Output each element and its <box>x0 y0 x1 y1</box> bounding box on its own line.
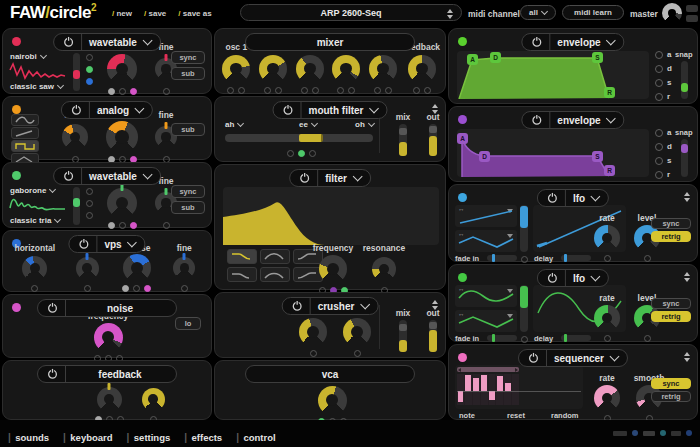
env-slider[interactable] <box>681 61 688 99</box>
env-attack-handle[interactable]: A <box>467 54 478 65</box>
wavetable-position-slider[interactable] <box>73 187 80 225</box>
mod-slot-dot[interactable] <box>604 255 611 262</box>
menu-save[interactable]: / save <box>144 9 166 18</box>
mod-slot-dot[interactable] <box>348 87 355 94</box>
chevron-down-icon[interactable] <box>142 36 152 46</box>
power-icon[interactable] <box>528 349 539 367</box>
power-icon[interactable] <box>283 101 294 119</box>
mod-slots[interactable] <box>86 188 93 219</box>
filter-type-bandpass-button[interactable] <box>260 249 290 264</box>
env-r-mod-slot[interactable] <box>655 93 663 101</box>
menu-new[interactable]: / new <box>112 9 132 18</box>
fine-knob[interactable] <box>173 257 195 279</box>
sequencer-display[interactable] <box>455 365 583 409</box>
mod-slot-dot[interactable] <box>181 285 188 292</box>
mod-slot-dot[interactable] <box>108 222 115 229</box>
mod-slots[interactable] <box>287 150 316 157</box>
lo-button[interactable]: lo <box>175 317 201 330</box>
sync-button[interactable]: sync <box>651 218 691 229</box>
chevron-down-icon[interactable] <box>127 238 137 248</box>
sequencer-scrollbar[interactable] <box>457 367 519 372</box>
level-knob[interactable] <box>318 386 347 415</box>
env-decay-handle[interactable]: D <box>479 151 490 162</box>
mod-slot-dot[interactable] <box>264 87 271 94</box>
mod-slot-dot[interactable] <box>644 255 651 262</box>
chevron-down-icon[interactable] <box>591 272 601 282</box>
chevron-down-icon[interactable] <box>606 114 616 124</box>
vowel-oh-select[interactable]: oh <box>355 120 374 129</box>
rate-knob[interactable] <box>594 305 620 331</box>
mod-slot-dot[interactable] <box>163 88 170 95</box>
tab-keyboard[interactable]: | keyboard <box>63 427 113 445</box>
sync-button[interactable]: sync <box>651 378 691 389</box>
sequencer-step[interactable] <box>481 374 488 405</box>
power-icon[interactable] <box>63 167 74 185</box>
mod-slots[interactable] <box>521 336 528 343</box>
mod-slot-dot[interactable] <box>298 150 305 157</box>
wave-saw-button[interactable] <box>11 127 39 139</box>
tab-effects[interactable]: | effects <box>184 427 222 445</box>
mix-slider[interactable] <box>399 320 407 352</box>
chevron-down-icon[interactable] <box>352 172 362 182</box>
env-r-mod-slot[interactable] <box>655 171 663 179</box>
mod-slots[interactable] <box>122 285 151 292</box>
power-icon[interactable] <box>292 297 303 315</box>
wave-sine-button[interactable] <box>11 114 39 126</box>
mod-slot-dot[interactable] <box>309 150 316 157</box>
lfo-blend-slider[interactable] <box>520 205 528 252</box>
mod-slot-dot[interactable] <box>238 87 245 94</box>
wave-square-button[interactable] <box>11 140 39 152</box>
feedback-level-knob[interactable] <box>408 55 436 83</box>
mod-slots[interactable] <box>413 87 431 94</box>
mod-slot-dot[interactable] <box>424 87 431 94</box>
osc1-level-knob[interactable] <box>222 55 250 83</box>
mod-slot-dot[interactable] <box>86 54 93 61</box>
mod-slot-dot[interactable] <box>413 87 420 94</box>
osc3-level-knob[interactable] <box>296 55 324 83</box>
wavetable-bank-select[interactable]: gaborone <box>10 186 55 195</box>
vowel-ee-select[interactable]: ee <box>299 120 317 129</box>
lfo-blend-slider[interactable] <box>520 285 528 332</box>
mod-slots[interactable] <box>310 350 317 357</box>
mod-slot-dot[interactable] <box>310 350 317 357</box>
midi-channel-select[interactable]: all <box>520 5 556 20</box>
vertical-knob[interactable] <box>76 257 99 280</box>
fade-in-slider[interactable] <box>487 255 517 261</box>
crush-knob[interactable] <box>299 318 327 346</box>
mod-slot-dot[interactable] <box>312 87 319 94</box>
mod-slots[interactable] <box>354 350 361 357</box>
mod-slots[interactable] <box>108 88 137 95</box>
out-slider[interactable] <box>429 124 437 156</box>
power-icon[interactable] <box>47 365 58 383</box>
tab-sounds[interactable]: | sounds <box>8 427 49 445</box>
noise-level-knob[interactable] <box>369 55 397 83</box>
vowel-ah-select[interactable]: ah <box>225 120 243 129</box>
wavetable-bank-select[interactable]: nairobi <box>10 52 46 61</box>
mod-slot-dot[interactable] <box>86 66 93 73</box>
env-release-handle[interactable]: R <box>604 165 615 176</box>
env-sustain-handle[interactable]: S <box>592 151 603 162</box>
mod-slot-dot[interactable] <box>275 87 282 94</box>
vowel-morph-slider[interactable] <box>225 134 373 142</box>
mod-slots[interactable] <box>84 285 91 292</box>
osc2-level-knob[interactable] <box>259 55 287 83</box>
module-sort-icon[interactable] <box>684 192 690 202</box>
tab-settings[interactable]: | settings <box>127 427 171 445</box>
mod-slot-dot[interactable] <box>301 87 308 94</box>
env-decay-handle[interactable]: D <box>490 52 501 63</box>
waveform-display[interactable] <box>9 196 67 214</box>
mod-slot-dot[interactable] <box>354 350 361 357</box>
power-icon[interactable] <box>71 101 82 119</box>
chevron-down-icon[interactable] <box>591 192 601 202</box>
sequencer-steps[interactable] <box>457 374 519 405</box>
env-sustain-handle[interactable]: S <box>592 52 603 63</box>
mod-slots[interactable] <box>163 88 170 95</box>
mod-slot-dot[interactable] <box>119 88 126 95</box>
mod-slots[interactable] <box>86 54 93 85</box>
mod-slot-dot[interactable] <box>287 150 294 157</box>
module-sort-icon[interactable] <box>684 352 690 362</box>
env-d-mod-slot[interactable] <box>655 65 663 73</box>
mod-slots[interactable] <box>337 87 355 94</box>
mod-slot-dot[interactable] <box>119 222 126 229</box>
power-icon[interactable] <box>78 235 89 253</box>
